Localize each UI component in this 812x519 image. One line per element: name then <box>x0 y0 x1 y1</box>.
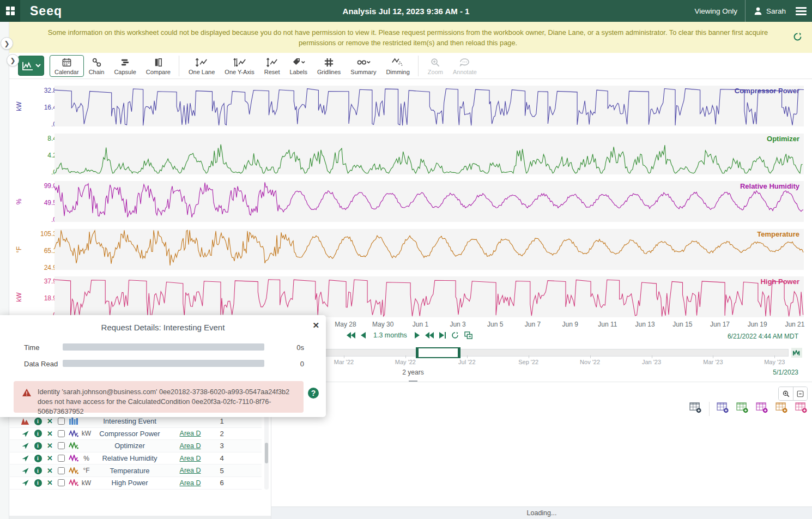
add-to-table-button[interactable] <box>689 402 702 415</box>
banner-reload-button[interactable] <box>793 32 802 44</box>
row-asset-link[interactable]: Area D <box>167 467 214 474</box>
row-info-button[interactable]: i <box>32 479 44 487</box>
row-remove-button[interactable]: ✕ <box>44 467 56 475</box>
series-label[interactable]: Optimizer <box>767 135 799 143</box>
row-send-button[interactable] <box>19 430 32 438</box>
row-item-name[interactable]: High Power <box>93 479 167 487</box>
row-info-button[interactable]: i <box>32 430 44 437</box>
row-asset-link[interactable]: Area D <box>167 455 214 462</box>
row-checkbox[interactable] <box>56 442 66 449</box>
series-label[interactable]: Relative Humidity <box>740 182 799 190</box>
row-remove-button[interactable]: ✕ <box>44 417 56 425</box>
row-item-name[interactable]: Compressor Power <box>93 430 167 438</box>
row-asset-link[interactable]: Area D <box>167 442 214 450</box>
expand-journal-button[interactable]: ❯ <box>1 37 13 50</box>
step-to-end-button[interactable] <box>439 332 446 339</box>
timeline-span[interactable]: 2 years <box>402 369 423 376</box>
series-label[interactable]: Temperature <box>757 230 799 238</box>
row-checkbox[interactable] <box>56 418 66 425</box>
row-warning-icon[interactable] <box>19 418 32 425</box>
collapse-button[interactable] <box>793 387 807 400</box>
toolbar-button-one-lane[interactable]: One Lane <box>184 55 220 77</box>
table-row[interactable]: i✕%Relative HumidityArea D4 <box>10 452 262 465</box>
table-row[interactable]: i✕°FTemperatureArea D5 <box>10 464 262 477</box>
toolbar-button-reset[interactable]: Reset <box>259 55 285 77</box>
table-row[interactable]: i✕kWHigh PowerArea D6 <box>10 477 262 490</box>
timeline-end-date[interactable]: 5/1/2023 <box>773 369 798 376</box>
row-info-button[interactable]: i <box>32 455 44 462</box>
row-checkbox[interactable] <box>56 479 66 486</box>
table-row[interactable]: i✕OptimizerArea D3 <box>10 440 262 452</box>
user-menu[interactable]: Sarah <box>753 6 786 16</box>
row-info-button[interactable]: i <box>32 442 44 450</box>
chart-lane-high-power[interactable]: 37.918.9.0kWHigh Power <box>9 276 812 317</box>
row-item-name[interactable]: Optimizer <box>93 442 167 450</box>
row-checkbox[interactable] <box>56 455 66 462</box>
lane-plot[interactable]: Compressor Power <box>54 86 804 126</box>
row-send-button[interactable] <box>19 467 32 475</box>
row-checkbox[interactable] <box>56 467 66 474</box>
copy-range-button[interactable] <box>464 331 473 339</box>
lane-plot[interactable]: Relative Humidity <box>54 181 804 222</box>
table-row[interactable]: i✕Interesting Event1 <box>10 415 262 428</box>
chart-lane-relative-humidity[interactable]: 99.049.5.0%Relative Humidity <box>9 181 812 222</box>
step-back-full-button[interactable] <box>347 332 355 339</box>
row-remove-button[interactable]: ✕ <box>44 442 56 450</box>
toolbar-button-labels[interactable]: Labels <box>285 55 312 77</box>
toolbar-button-summary[interactable]: Summary <box>346 55 381 77</box>
row-send-button[interactable] <box>19 479 32 487</box>
row-info-button[interactable]: i <box>32 467 44 474</box>
row-remove-button[interactable]: ✕ <box>44 454 56 462</box>
toolbar-button-one-y-axis[interactable]: One Y-Axis <box>220 55 259 77</box>
trend-chart[interactable]: 32.816.4.0kWCompressor Power8.44.2.0Opti… <box>9 79 812 319</box>
add-to-table-button[interactable] <box>717 402 729 415</box>
add-to-table-button[interactable] <box>736 402 749 415</box>
timeline-selection[interactable] <box>416 347 460 358</box>
row-send-button[interactable] <box>19 442 32 450</box>
refresh-range-button[interactable] <box>451 331 459 339</box>
lane-plot[interactable]: Temperature <box>54 229 804 270</box>
row-asset-link[interactable]: Area D <box>167 479 214 487</box>
step-forward-half-button[interactable] <box>415 332 420 339</box>
toolbar-button-compare[interactable]: Compare <box>141 55 175 77</box>
hamburger-menu-icon[interactable] <box>796 7 807 15</box>
series-label[interactable]: Compressor Power <box>735 87 799 95</box>
row-send-button[interactable] <box>19 454 32 462</box>
row-item-name[interactable]: Temperature <box>93 467 167 475</box>
row-info-button[interactable]: i <box>32 418 44 425</box>
row-item-name[interactable]: Relative Humidity <box>93 454 167 462</box>
home-button[interactable] <box>0 0 20 22</box>
toolbar-button-gridlines[interactable]: Gridlines <box>312 55 346 77</box>
table-row[interactable]: i✕kWCompressor PowerArea D2 <box>10 428 262 440</box>
view-mode-dropdown[interactable] <box>18 56 44 76</box>
display-range-end[interactable]: 6/21/2022 4:44 AM MDT <box>728 333 798 340</box>
toolbar-button-calendar[interactable]: Calendar <box>50 55 84 77</box>
help-button[interactable]: ? <box>308 388 319 399</box>
toolbar-button-chain[interactable]: Chain <box>84 55 110 77</box>
step-back-half-button[interactable] <box>361 332 366 339</box>
chart-lane-compressor-power[interactable]: 32.816.4.0kWCompressor Power <box>9 86 812 126</box>
row-remove-button[interactable]: ✕ <box>44 430 56 438</box>
row-checkbox[interactable] <box>56 430 66 437</box>
row-asset-link[interactable]: Area D <box>167 430 214 437</box>
add-to-table-button[interactable] <box>775 402 788 415</box>
chart-lane-optimizer[interactable]: 8.44.2.0Optimizer <box>9 134 812 174</box>
lane-plot[interactable]: Optimizer <box>54 134 804 174</box>
series-label[interactable]: High Power <box>760 277 799 286</box>
add-to-table-button[interactable] <box>795 402 808 415</box>
modal-close-icon[interactable]: ✕ <box>312 321 319 330</box>
toolbar-button-dimming[interactable]: Dimming <box>381 55 414 77</box>
timeline-auto-update-button[interactable] <box>791 348 802 358</box>
row-item-name[interactable]: Interesting Event <box>93 417 167 425</box>
table-scrollbar-thumb[interactable] <box>265 443 268 463</box>
chart-lane-temperature[interactable]: 105.365.124.9°FTemperature <box>9 229 812 270</box>
add-to-table-button[interactable] <box>756 402 768 415</box>
expand-toolbar-button[interactable]: ❯ <box>7 54 19 67</box>
horizontal-scrollbar[interactable] <box>9 516 271 519</box>
step-forward-full-button[interactable] <box>425 332 434 339</box>
zoom-in-button[interactable] <box>779 387 793 400</box>
display-range-duration[interactable]: 1.3 months <box>373 331 407 339</box>
lane-plot[interactable]: High Power <box>54 276 804 317</box>
row-remove-button[interactable]: ✕ <box>44 479 56 487</box>
table-scrollbar[interactable] <box>264 415 269 490</box>
